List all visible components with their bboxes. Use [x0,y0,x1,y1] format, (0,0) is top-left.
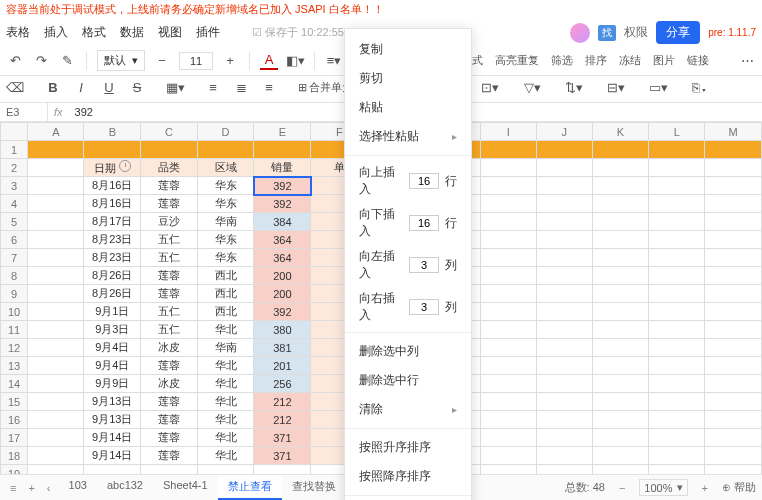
save-info: ☑ 保存于 10:22:55 [252,25,344,40]
underline-icon[interactable]: U [100,78,118,96]
bold-icon[interactable]: B [44,78,62,96]
tb-图片[interactable]: 图片 [653,53,675,68]
ctx-insert-up[interactable]: 向上插入行 [345,160,471,202]
align-h-icon[interactable]: ≡▾ [325,52,343,70]
share-button[interactable]: 分享 [656,21,700,44]
font-size[interactable]: 11 [179,52,213,70]
font-select[interactable]: 默认▾ [97,50,145,71]
clear-format-icon[interactable]: ⌫ [6,78,24,96]
ctx-insert-right-input[interactable] [409,299,439,315]
add-sheet-icon[interactable]: + [24,480,38,496]
ctx-clear[interactable]: 清除▸ [345,395,471,424]
tb-高亮重复[interactable]: 高亮重复 [495,53,539,68]
context-menu: 复制 剪切 粘贴 选择性粘贴▸ 向上插入行 向下插入行 向左插入列 向右插入列 … [344,28,472,500]
ctx-delete-row[interactable]: 删除选中行 [345,366,471,395]
format-painter-icon[interactable]: ✎ [58,52,76,70]
col-header-K[interactable]: K [592,123,648,141]
pre-version: pre: 1.11.7 [708,27,756,38]
zoom-out-icon[interactable]: − [615,480,629,496]
help-button[interactable]: ⊕ 帮助 [722,480,756,495]
ctx-insert-down[interactable]: 向下插入行 [345,202,471,244]
col-header-A[interactable]: A [28,123,84,141]
menu-表格[interactable]: 表格 [6,25,30,39]
formula-value[interactable]: 392 [69,103,99,121]
ctx-sort-asc[interactable]: 按照升序排序 [345,433,471,462]
tb-冻结[interactable]: 冻结 [619,53,641,68]
ctx-insert-up-input[interactable] [409,173,439,189]
border-icon[interactable]: ▦▾ [166,78,184,96]
cell-reference[interactable]: E3 [0,103,48,121]
font-dec-icon[interactable]: − [153,52,171,70]
ctx-insert-right[interactable]: 向右插入列 [345,286,471,328]
ctx-insert-down-input[interactable] [409,215,439,231]
badge-find[interactable]: 找 [598,25,616,41]
col-header-C[interactable]: C [141,123,198,141]
prev-sheet-icon[interactable]: ‹ [43,480,55,496]
sheet-tab[interactable]: abc132 [97,475,153,500]
clock-icon [119,160,131,172]
image-icon[interactable]: ▭▾ [649,78,667,96]
link-icon[interactable]: ⎘▾ [691,78,709,96]
ctx-insert-left-input[interactable] [409,257,439,273]
zoom-in-icon[interactable]: + [698,480,712,496]
col-header-E[interactable]: E [254,123,311,141]
col-header-M[interactable]: M [705,123,762,141]
tabs-menu-icon[interactable]: ≡ [6,480,20,496]
fill-color-icon[interactable]: ◧▾ [286,52,304,70]
ctx-paste-special[interactable]: 选择性粘贴▸ [345,122,471,151]
italic-icon[interactable]: I [72,78,90,96]
debug-warning: 容器当前处于调试模式，上线前请务必确定新增域名已加入 JSAPI 白名单！！ [0,0,762,19]
tool-g2-icon[interactable]: ⊡▾ [481,78,499,96]
tb-排序[interactable]: 排序 [585,53,607,68]
font-inc-icon[interactable]: + [221,52,239,70]
redo-icon[interactable]: ↷ [32,52,50,70]
ctx-paste[interactable]: 粘贴 [345,93,471,122]
menu-插件[interactable]: 插件 [196,25,220,39]
filter-icon[interactable]: ▽▾ [523,78,541,96]
zoom-level[interactable]: 100% ▾ [639,479,687,496]
undo-icon[interactable]: ↶ [6,52,24,70]
col-header-L[interactable]: L [649,123,705,141]
status-total: 总数: 48 [565,480,605,495]
col-header-J[interactable]: J [536,123,592,141]
align-center-icon[interactable]: ≣ [232,78,250,96]
ctx-copy[interactable]: 复制 [345,35,471,64]
sheet-tab[interactable]: 查找替换 [282,475,346,500]
more-icon[interactable]: ⋯ [738,52,756,70]
col-header-D[interactable]: D [197,123,254,141]
align-left-icon[interactable]: ≡ [204,78,222,96]
align-right-icon[interactable]: ≡ [260,78,278,96]
tb-链接[interactable]: 链接 [687,53,709,68]
sort-icon[interactable]: ⇅▾ [565,78,583,96]
permission-button[interactable]: 权限 [624,24,648,41]
sheet-tab[interactable]: 禁止查看 [218,475,282,500]
sheet-tab[interactable]: Sheet4-1 [153,475,218,500]
font-color-icon[interactable]: A [260,52,278,70]
ctx-sort-desc[interactable]: 按照降序排序 [345,462,471,491]
tb-筛选[interactable]: 筛选 [551,53,573,68]
menu-格式[interactable]: 格式 [82,25,106,39]
menu-插入[interactable]: 插入 [44,25,68,39]
menu-数据[interactable]: 数据 [120,25,144,39]
ctx-delete-col[interactable]: 删除选中列 [345,337,471,366]
ctx-cut[interactable]: 剪切 [345,64,471,93]
col-header-B[interactable]: B [84,123,141,141]
sheet-tab[interactable]: 103 [59,475,97,500]
freeze-icon[interactable]: ⊟▾ [607,78,625,96]
avatar[interactable] [570,23,590,43]
strike-icon[interactable]: S [128,78,146,96]
col-header-I[interactable]: I [480,123,536,141]
ctx-insert-left[interactable]: 向左插入列 [345,244,471,286]
menu-视图[interactable]: 视图 [158,25,182,39]
fx-label: fx [48,103,69,121]
